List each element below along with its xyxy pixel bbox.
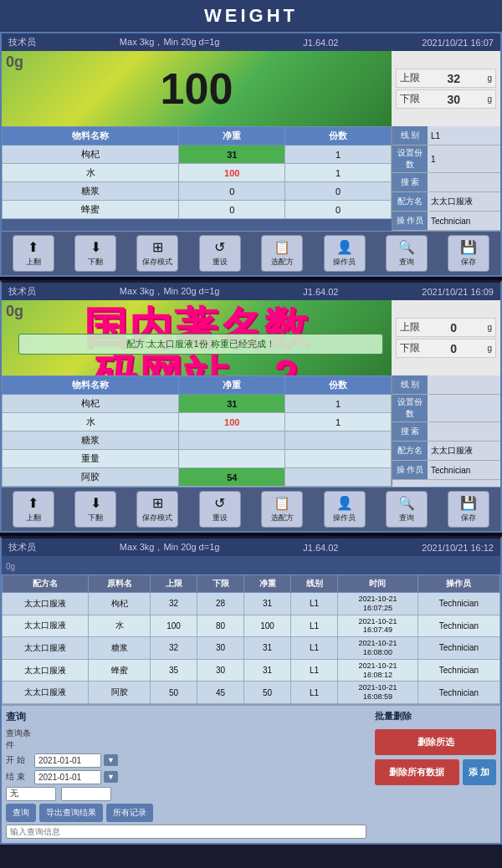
p2-col-weight: 净重 [179,376,285,395]
save-icon: 💾 [460,239,477,255]
list-item: 太太口服液枸杞322831L12021-10-21 16:07:25Techni… [3,593,500,615]
p3-col-recipe: 配方名 [3,575,89,593]
p2-btn-reset-label: 重设 [213,513,228,523]
list-item: 糖浆00 [3,182,392,201]
info-portions: 设置份数 1 [392,146,500,173]
btn-up-label: 上翻 [26,257,41,268]
table-cell-weight: 31 [179,395,285,413]
info-portions-label: 设置份数 [392,146,428,172]
p3-cell-ingredient: 水 [88,615,150,637]
panel2-right-info: 线 别 设置份数 搜 索 配方名 太太口服液 操 作员 Technician [392,375,500,487]
delete-selected-btn[interactable]: 删除所选 [375,729,496,755]
upper-limit-label: 上限 [400,71,420,85]
p2-info-search[interactable]: 搜 索 [392,422,500,442]
table-row: 枸杞 [3,395,179,413]
p3-cell-lower: 30 [197,659,244,682]
completion-message: 配方:太太口服液1份 称重已经完成！ [18,334,383,355]
panel1-datetime: 2021/10/21 16:07 [422,38,494,48]
p2-btn-save[interactable]: 💾 保存 [448,491,489,528]
p2-col-portions: 份数 [285,376,392,395]
query-btn[interactable]: 查询 [6,804,36,822]
query-end-pick-btn[interactable]: ▼ [104,771,118,783]
p2-btn-up[interactable]: ⬆ 上翻 [13,491,54,528]
upper-limit-unit: g [487,74,492,83]
info-search-value [428,181,500,184]
p3-cell-lower: 45 [197,682,244,704]
down-icon: ⬇ [90,239,101,255]
p2-btn-save-mode-label: 保存模式 [142,513,172,523]
table-cell-weight: 31 [179,146,285,164]
query-search-input[interactable] [6,825,366,839]
panel2-table: 物料名称 净重 份数 枸杞311水1001糖浆重量阿胶54 [2,375,392,487]
panel1-header: 技术员 Max 3kg，Min 20g d=1g J1.64.02 2021/1… [2,33,500,51]
info-recipe-value: 太太口服液 [428,194,500,209]
info-search[interactable]: 搜 索 [392,173,500,192]
p3-cell-lower: 30 [197,637,244,660]
p3-cell-time: 2021-10-21 16:07:49 [338,615,418,637]
panel2-table-area: 物料名称 净重 份数 枸杞311水1001糖浆重量阿胶54 线 别 设置份数 搜… [2,375,500,487]
table-cell-weight: 100 [179,164,285,182]
query-start-pick-btn[interactable]: ▼ [104,754,118,766]
p2-btn-query[interactable]: 🔍 查询 [386,491,428,528]
list-item: 太太口服液蜂蜜353031L12021-10-21 16:08:12Techni… [3,659,500,682]
p3-cell-line: L1 [291,615,338,637]
query-export-btn[interactable]: 导出查询结果 [39,804,103,822]
panel2-weight-area: 0g 国内著名数 码网站，2 配方:太太口服液1份 称重已经完成！ [2,300,392,375]
query-start-input[interactable] [34,753,101,768]
panel2-role: 技术员 [8,285,36,298]
btn-save-mode[interactable]: ⊞ 保存模式 [136,235,178,272]
p3-cell-line: L1 [291,659,338,682]
p3-cell-operator: Technician [417,615,499,637]
query-right: 批量删除 删除所选 删除所有数据 添 加 [371,706,500,843]
query-none-input[interactable] [6,787,56,801]
panel3-datetime: 2021/10/21 16:12 [422,543,494,553]
table-cell-weight: 0 [179,201,285,219]
panel2-limits: 上限 0 g 下限 0 g [392,300,500,375]
table-row: 水 [3,164,179,182]
p2-btn-select-recipe[interactable]: 📋 选配方 [261,491,303,528]
panel2-datetime: 2021/10/21 16:09 [422,287,494,297]
panel3: 技术员 Max 3kg，Min 20g d=1g J1.64.02 2021/1… [0,536,502,845]
p2-info-portions-value [428,406,500,410]
query-none-input2[interactable] [61,787,111,801]
btn-reset[interactable]: ↺ 重设 [199,235,241,272]
lower-limit-value: 30 [447,93,460,106]
query-none-row [6,787,366,801]
btn-down[interactable]: ⬇ 下翻 [74,235,116,272]
panel2-specs: Max 3kg，Min 20g d=1g [120,285,220,298]
p3-cell-ingredient: 蜂蜜 [88,659,150,682]
table-cell-weight: 0 [179,182,285,201]
btn-save-mode-label: 保存模式 [142,257,172,268]
info-portions-value: 1 [428,153,500,166]
col-weight: 净重 [179,127,285,146]
add-btn[interactable]: 添 加 [463,759,496,785]
p3-cell-net: 100 [244,615,291,637]
p3-cell-operator: Technician [417,659,499,682]
p3-cell-time: 2021-10-21 16:08:59 [338,682,418,704]
p2-info-search-value [428,430,500,433]
query-end-input[interactable] [34,770,101,784]
btn-select-recipe[interactable]: 📋 选配方 [261,235,303,272]
table-row: 水 [3,413,179,431]
p2-info-recipe: 配方名 太太口服液 [392,442,500,461]
btn-query-label: 查询 [399,257,414,268]
panel1-table-area: 物料名称 净重 份数 枸杞311水1001糖浆00蜂蜜00 线 别 L1 设置份… [2,126,500,231]
delete-all-btn[interactable]: 删除所有数据 [375,759,459,785]
col-name: 物料名称 [3,127,179,146]
btn-save[interactable]: 💾 保存 [448,235,489,272]
upper-limit-row: 上限 32 g [396,69,496,88]
table-row: 蜂蜜 [3,201,179,219]
btn-up[interactable]: ⬆ 上翻 [13,235,54,272]
btn-operator[interactable]: 👤 操作员 [324,235,366,272]
btn-query[interactable]: 🔍 查询 [386,235,428,272]
p2-btn-operator[interactable]: 👤 操作员 [324,491,366,528]
p3-cell-ingredient: 枸杞 [88,593,150,615]
p2-btn-reset[interactable]: ↺ 重设 [199,491,241,528]
list-item: 枸杞311 [3,395,392,413]
list-item: 蜂蜜00 [3,201,392,219]
p2-btn-save-mode[interactable]: ⊞ 保存模式 [136,491,178,528]
info-line-value: L1 [428,130,500,142]
panel1-small-weight: 0g [6,54,23,71]
p2-btn-down[interactable]: ⬇ 下翻 [74,491,116,528]
query-all-btn[interactable]: 所有记录 [106,804,153,822]
